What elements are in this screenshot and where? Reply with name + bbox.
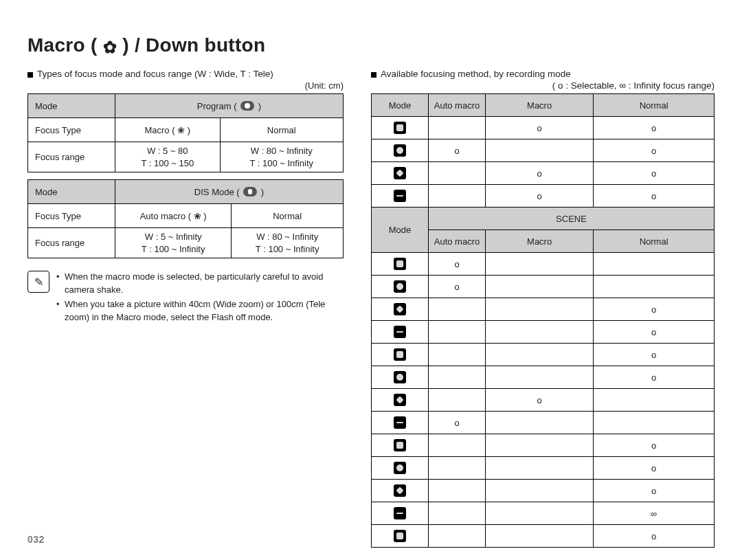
table-row: o o (372, 162, 715, 185)
cell-normal: o (594, 525, 715, 548)
recording-mode-icon (394, 144, 406, 157)
cell-auto-macro (429, 480, 486, 502)
cell-normal (594, 276, 715, 298)
recording-mode-icon (394, 530, 406, 542)
cell-macro (486, 321, 594, 344)
cell-auto-macro (429, 321, 486, 344)
table-row: o (372, 321, 715, 344)
cell-auto-macro (429, 117, 486, 139)
focus-range-table: ModeDIS Mode ( )Focus TypeAuto macro ( ❀… (27, 179, 344, 258)
cell-macro (486, 253, 594, 276)
mode-icon-cell (372, 185, 429, 208)
table-row: o o (372, 117, 715, 139)
col-mode: Mode (372, 94, 429, 117)
cell-normal (594, 412, 715, 434)
cell-auto-macro (429, 389, 486, 412)
note-block: ✎ When the macro mode is selected, be pa… (27, 271, 344, 325)
col-normal: Normal (594, 94, 715, 117)
recording-mode-icon (394, 326, 406, 338)
focus-range-value: W : 5 ~ InfinityT : 100 ~ Infinity (115, 228, 232, 258)
mode-label: Mode (28, 94, 115, 118)
focus-type-value: Normal (220, 118, 344, 142)
col-normal: Normal (594, 230, 715, 253)
title-text-a: Macro ( (27, 34, 103, 56)
cell-macro: o (486, 389, 594, 412)
bullet-square-icon (371, 72, 376, 78)
right-heading: Available focusing method, by recording … (371, 69, 715, 79)
table-row: ∞ (372, 502, 715, 525)
cell-macro (486, 276, 594, 298)
mode-icon-cell (372, 480, 429, 502)
recording-mode-icon (394, 507, 406, 519)
table-row: o (372, 389, 715, 412)
cell-normal: o (594, 139, 715, 162)
bullet-square-icon (27, 72, 33, 78)
cell-macro (486, 412, 594, 434)
focus-range-table: ModeProgram ( )Focus TypeMacro ( ❀ )Norm… (27, 93, 344, 172)
col-auto-macro: Auto macro (429, 94, 486, 117)
recording-mode-icon (394, 462, 406, 474)
note-pencil-icon: ✎ (27, 271, 49, 293)
cell-normal: o (594, 298, 715, 321)
macro-flower-icon: ✿ (103, 39, 117, 56)
cell-auto-macro (429, 344, 486, 366)
cell-normal: o (594, 321, 715, 344)
note-list: When the macro mode is selected, be part… (56, 271, 344, 325)
recording-mode-icon (394, 371, 406, 383)
table-row: o o (372, 185, 715, 208)
unit-label: (Unit: cm) (27, 80, 344, 91)
cell-macro (486, 480, 594, 502)
table-row: o (372, 525, 715, 548)
cell-auto-macro: o (429, 253, 486, 276)
page-number: 032 (27, 534, 45, 545)
cell-macro (486, 366, 594, 389)
mode-icon-cell (372, 276, 429, 298)
recording-mode-icon (394, 484, 406, 497)
note-item: When you take a picture within 40cm (Wid… (56, 298, 344, 324)
recording-mode-icon (394, 280, 406, 293)
left-column: Types of focus mode and focus range (W :… (27, 69, 344, 548)
focus-type-label: Focus Type (28, 118, 115, 142)
cell-macro: o (486, 117, 594, 139)
focus-type-value: Macro ( ❀ ) (115, 118, 221, 142)
cell-macro (486, 344, 594, 366)
cell-normal: o (594, 185, 715, 208)
right-heading-text: Available focusing method, by recording … (381, 69, 571, 79)
table-row: o (372, 344, 715, 366)
left-heading: Types of focus mode and focus range (W :… (27, 69, 344, 79)
cell-auto-macro (429, 366, 486, 389)
mode-icon-cell (372, 389, 429, 412)
mode-label: Mode (28, 180, 115, 204)
cell-normal: o (594, 457, 715, 480)
cell-auto-macro (429, 185, 486, 208)
cell-auto-macro: o (429, 139, 486, 162)
cell-auto-macro (429, 525, 486, 548)
recording-mode-icon (394, 258, 406, 270)
cell-auto-macro (429, 298, 486, 321)
table-row: o (372, 457, 715, 480)
legend: ( o : Selectable, ∞ : Infinity focus ran… (371, 80, 715, 91)
col-mode: Mode (372, 208, 429, 253)
page-title: Macro ( ✿ ) / Down button (27, 34, 715, 56)
hand-pill-icon (243, 187, 257, 197)
cell-normal (594, 389, 715, 412)
focus-range-label: Focus range (28, 142, 115, 172)
title-text-b: ) / Down button (122, 34, 265, 56)
mode-icon-cell (372, 344, 429, 366)
focus-range-value: W : 80 ~ InfinityT : 100 ~ Infinity (220, 142, 344, 172)
col-auto-macro: Auto macro (429, 230, 486, 253)
mode-icon-cell (372, 253, 429, 276)
mode-icon-cell (372, 298, 429, 321)
camera-pill-icon (240, 101, 254, 111)
right-column: Available focusing method, by recording … (371, 69, 715, 548)
cell-auto-macro (429, 502, 486, 525)
cell-auto-macro: o (429, 412, 486, 434)
recording-mode-icon (394, 190, 406, 202)
focus-type-label: Focus Type (28, 204, 115, 228)
mode-icon-cell (372, 525, 429, 548)
left-heading-text: Types of focus mode and focus range (W :… (37, 69, 273, 79)
cell-macro (486, 502, 594, 525)
focus-type-value: Normal (232, 204, 344, 228)
table-row: o (372, 298, 715, 321)
cell-macro (486, 139, 594, 162)
